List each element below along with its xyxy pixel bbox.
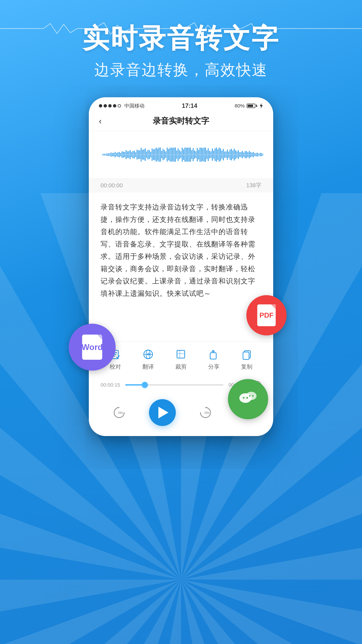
pdf-doc-icon: PDF <box>257 304 276 326</box>
svg-rect-140 <box>243 352 249 360</box>
svg-point-4 <box>249 395 251 397</box>
waveform-svg <box>99 138 263 172</box>
play-button[interactable] <box>149 399 176 426</box>
dot5 <box>118 104 121 108</box>
start-time: 00:00:00 <box>100 182 123 189</box>
transcript-text: 录音转文字支持边录音边转文字，转换准确迅捷，操作方便，还支持在线翻译，同时也支持… <box>100 203 255 297</box>
svg-text:10s: 10s <box>204 411 209 414</box>
dot1 <box>99 104 102 108</box>
svg-point-2 <box>243 397 245 399</box>
nav-bar: ‹ 录音实时转文字 <box>89 113 273 131</box>
copy-icon <box>241 348 253 360</box>
svg-point-3 <box>246 397 248 399</box>
word-count: 138字 <box>246 182 261 189</box>
back-button[interactable]: ‹ <box>99 116 102 126</box>
rewind-button[interactable]: 10s <box>112 405 127 420</box>
toolbar-label-crop: 裁剪 <box>175 363 187 371</box>
translate-icon: 译 <box>142 348 154 360</box>
svg-rect-138 <box>210 353 216 359</box>
toolbar: 校对 译 翻译 <box>89 342 273 376</box>
toolbar-item-translate[interactable]: 译 翻译 <box>142 348 154 371</box>
waveform-container <box>89 131 273 178</box>
word-badge: Word <box>69 324 116 371</box>
transcript-area: 录音转文字支持边录音边转文字，转换准确迅捷，操作方便，还支持在线翻译，同时也支持… <box>89 192 273 308</box>
charging-icon <box>259 103 263 109</box>
status-right: 80% <box>235 103 263 109</box>
pdf-badge: PDF <box>246 295 287 336</box>
play-triangle-icon <box>158 407 168 418</box>
dot2 <box>104 104 107 108</box>
word-doc-icon: Word <box>82 334 102 360</box>
battery-percent: 80% <box>235 103 245 109</box>
status-time: 17:14 <box>182 102 197 109</box>
svg-point-1 <box>246 392 256 400</box>
wechat-badge <box>228 379 268 419</box>
svg-text:10s: 10s <box>118 411 123 414</box>
battery-icon <box>247 104 257 108</box>
toolbar-item-crop[interactable]: 裁剪 <box>175 348 187 371</box>
header-section: 实时录音转文字 边录音边转换，高效快速 <box>0 0 362 80</box>
white-spacer <box>89 308 273 342</box>
toolbar-item-share[interactable]: 分享 <box>208 348 220 371</box>
progress-track[interactable] <box>125 384 223 386</box>
dot4 <box>113 104 116 108</box>
time-wordcount-row: 00:00:00 138字 <box>89 178 273 192</box>
status-bar: 中国移动 17:14 80% <box>89 97 273 113</box>
crop-icon <box>175 348 187 360</box>
toolbar-label-proofread: 校对 <box>110 363 121 371</box>
status-left: 中国移动 <box>99 102 144 109</box>
carrier-name: 中国移动 <box>124 102 144 109</box>
progress-current-time: 00:00:15 <box>100 382 120 388</box>
toolbar-label-share: 分享 <box>208 363 220 371</box>
dot3 <box>108 104 112 108</box>
phone-container: Word PDF <box>89 97 273 436</box>
svg-text:译: 译 <box>147 353 150 356</box>
main-title: 实时录音转文字 <box>0 24 362 53</box>
main-subtitle: 边录音边转换，高效快速 <box>0 60 362 80</box>
svg-point-5 <box>252 395 254 397</box>
toolbar-item-copy[interactable]: 复制 <box>241 348 253 371</box>
toolbar-label-translate: 翻译 <box>142 363 154 371</box>
share-icon <box>208 348 220 360</box>
toolbar-label-copy: 复制 <box>241 363 252 371</box>
nav-title: 录音实时转文字 <box>153 116 209 126</box>
forward-button[interactable]: 10s <box>198 405 213 420</box>
svg-rect-135 <box>177 350 185 358</box>
progress-thumb[interactable] <box>142 382 148 388</box>
signal-dots <box>99 104 121 108</box>
